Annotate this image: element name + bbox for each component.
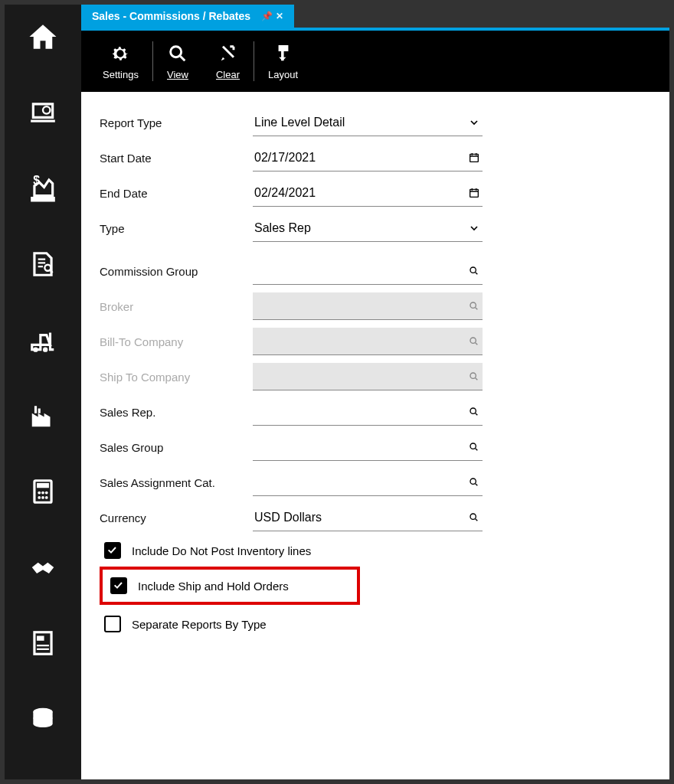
gear-icon [110, 43, 131, 64]
input-sales-group[interactable] [253, 433, 483, 461]
lookup-icon[interactable] [466, 265, 483, 277]
label-type: Type [100, 222, 253, 235]
label-sales-assign-cat: Sales Assignment Cat. [100, 476, 253, 489]
input-end-date[interactable]: 02/24/2021 [253, 179, 483, 207]
input-start-date[interactable]: 02/17/2021 [253, 144, 483, 172]
lookup-icon [466, 300, 483, 312]
label-report-type: Report Type [100, 116, 253, 129]
tool-layout[interactable]: Layout [254, 38, 312, 85]
highlight-box: Include Ship and Hold Orders [100, 567, 360, 605]
label-bill-to: Bill-To Company [100, 335, 253, 348]
label-currency: Currency [100, 511, 253, 524]
value-ship-to [253, 374, 466, 380]
input-ship-to [253, 363, 483, 390]
input-currency[interactable]: USD Dollars [253, 504, 483, 531]
search-icon [167, 43, 188, 64]
label-broker: Broker [100, 300, 253, 313]
calendar-icon[interactable] [466, 152, 483, 164]
tool-clear-label: Clear [216, 69, 240, 80]
tab-active[interactable]: Sales - Commissions / Rebates 📌 ✕ [81, 5, 294, 28]
nav-handshake[interactable] [26, 550, 60, 584]
check-separate-by-type-row: Separate Reports By Type [104, 616, 651, 632]
tab-close-icon[interactable]: ✕ [276, 11, 283, 21]
main-area: Sales - Commissions / Rebates 📌 ✕ Settin… [81, 5, 669, 779]
label-sales-group: Sales Group [100, 441, 253, 454]
lookup-icon[interactable] [466, 511, 483, 524]
lookup-icon[interactable] [466, 476, 483, 488]
checkbox-include-shiphold[interactable] [110, 577, 127, 594]
check-include-shiphold-row: Include Ship and Hold Orders [110, 577, 351, 594]
tool-clear[interactable]: Clear [202, 38, 254, 85]
check-include-dnp-row: Include Do Not Post Inventory lines [104, 542, 651, 559]
label-start-date: Start Date [100, 152, 253, 165]
value-type: Sales Rep [253, 218, 466, 238]
input-sales-rep[interactable] [253, 398, 483, 426]
app-root: Sales - Commissions / Rebates 📌 ✕ Settin… [0, 0, 674, 784]
tool-settings-label: Settings [103, 69, 139, 80]
label-sales-rep: Sales Rep. [100, 406, 253, 419]
tool-layout-label: Layout [268, 69, 298, 80]
tab-pin-icon[interactable]: 📌 [261, 11, 273, 21]
chevron-down-icon[interactable] [466, 222, 483, 234]
input-commission-group[interactable] [253, 257, 483, 285]
lookup-icon[interactable] [466, 441, 483, 453]
layout-icon [273, 43, 294, 64]
chevron-down-icon[interactable] [466, 116, 483, 129]
nav-database[interactable] [26, 702, 60, 736]
input-broker [253, 292, 483, 320]
nav-doc-search[interactable] [26, 247, 60, 281]
calendar-icon[interactable] [466, 187, 483, 199]
input-sales-assign-cat[interactable] [253, 469, 483, 496]
toolbar: Settings View Clear Layout [81, 31, 669, 92]
label-commission-group: Commission Group [100, 265, 253, 278]
label-include-dnp: Include Do Not Post Inventory lines [132, 544, 311, 557]
nav-finance-chart[interactable] [26, 172, 60, 205]
nav-factory[interactable] [26, 399, 60, 433]
tab-title: Sales - Commissions / Rebates [92, 10, 250, 22]
nav-forklift[interactable] [26, 323, 60, 357]
label-separate-by-type: Separate Reports By Type [132, 618, 267, 631]
value-sales-assign-cat [253, 479, 466, 485]
lookup-icon[interactable] [466, 406, 483, 418]
value-start-date: 02/17/2021 [253, 148, 466, 168]
lookup-icon [466, 335, 483, 348]
value-currency: USD Dollars [253, 508, 466, 528]
nav-laptop[interactable] [26, 96, 60, 129]
value-end-date: 02/24/2021 [253, 183, 466, 203]
tool-view[interactable]: View [153, 38, 202, 85]
nav-calculator[interactable] [26, 475, 60, 508]
tab-bar: Sales - Commissions / Rebates 📌 ✕ [81, 5, 669, 28]
nav-home[interactable] [26, 20, 60, 54]
lookup-icon [466, 371, 483, 383]
value-bill-to [253, 338, 466, 345]
form-panel: Report Type Line Level Detail Start Date… [81, 92, 669, 779]
checkbox-separate-by-type[interactable] [104, 616, 121, 632]
label-ship-to: Ship To Company [100, 371, 253, 384]
input-type[interactable]: Sales Rep [253, 214, 483, 242]
input-report-type[interactable]: Line Level Detail [253, 109, 483, 136]
value-broker [253, 303, 466, 309]
clear-icon [218, 43, 239, 64]
tool-settings[interactable]: Settings [89, 38, 152, 85]
tool-view-label: View [167, 69, 188, 80]
value-sales-rep [253, 409, 466, 415]
checkbox-include-dnp[interactable] [104, 542, 121, 559]
input-bill-to [253, 328, 483, 355]
label-include-shiphold: Include Ship and Hold Orders [138, 580, 289, 593]
label-end-date: End Date [100, 187, 253, 200]
value-sales-group [253, 444, 466, 450]
nav-report[interactable] [26, 626, 60, 660]
nav-sidebar [5, 5, 81, 779]
value-commission-group [253, 268, 466, 274]
value-report-type: Line Level Detail [253, 113, 466, 132]
